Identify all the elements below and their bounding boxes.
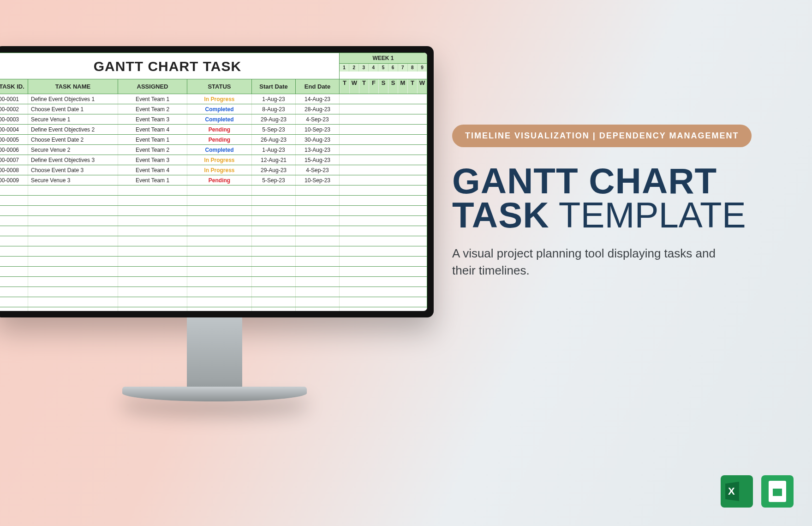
cell-start-date[interactable]: 12-Aug-21	[252, 155, 296, 165]
empty-cell[interactable]	[296, 236, 340, 246]
empty-cell[interactable]	[187, 206, 252, 215]
table-row-empty[interactable]	[0, 257, 427, 267]
table-row-empty[interactable]	[0, 216, 427, 226]
empty-cell[interactable]	[187, 185, 252, 195]
empty-cell[interactable]	[252, 206, 296, 215]
empty-cell[interactable]	[0, 236, 28, 246]
cell-end-date[interactable]: 10-Sep-23	[296, 175, 340, 185]
empty-cell[interactable]	[252, 267, 296, 276]
empty-cell[interactable]	[118, 246, 187, 256]
empty-cell[interactable]	[296, 267, 340, 276]
cell-assigned[interactable]: Event Team 2	[118, 104, 187, 114]
cell-end-date[interactable]: 4-Sep-23	[296, 165, 340, 175]
table-row[interactable]: 00-0002Choose Event Date 1Event Team 2Co…	[0, 104, 427, 114]
empty-cell[interactable]	[0, 196, 28, 205]
cell-task-name[interactable]: Secure Venue 1	[28, 114, 118, 124]
cell-start-date[interactable]: 1-Aug-23	[252, 145, 296, 155]
cell-task-name[interactable]: Define Event Objectives 2	[28, 125, 118, 134]
empty-cell[interactable]	[187, 226, 252, 236]
empty-cell[interactable]	[28, 287, 118, 297]
empty-cell[interactable]	[0, 287, 28, 297]
cell-task-name[interactable]: Choose Event Date 3	[28, 165, 118, 175]
table-row[interactable]: 00-0006Secure Venue 2Event Team 2Complet…	[0, 145, 427, 155]
empty-cell[interactable]	[296, 257, 340, 266]
empty-cell[interactable]	[0, 206, 28, 215]
cell-end-date[interactable]: 14-Aug-23	[296, 94, 340, 104]
empty-cell[interactable]	[28, 216, 118, 226]
cell-start-date[interactable]: 1-Aug-23	[252, 94, 296, 104]
cell-assigned[interactable]: Event Team 1	[118, 175, 187, 185]
empty-cell[interactable]	[252, 216, 296, 226]
cell-task-name[interactable]: Secure Venue 2	[28, 145, 118, 155]
empty-cell[interactable]	[252, 185, 296, 195]
empty-cell[interactable]	[252, 236, 296, 246]
empty-cell[interactable]	[118, 307, 187, 311]
empty-cell[interactable]	[187, 236, 252, 246]
empty-cell[interactable]	[296, 287, 340, 297]
table-row-empty[interactable]	[0, 297, 427, 307]
empty-cell[interactable]	[0, 267, 28, 276]
empty-cell[interactable]	[28, 257, 118, 266]
table-row-empty[interactable]	[0, 226, 427, 236]
table-row[interactable]: 00-0009Secure Venue 3Event Team 1Pending…	[0, 175, 427, 185]
empty-cell[interactable]	[296, 226, 340, 236]
cell-end-date[interactable]: 15-Aug-23	[296, 155, 340, 165]
cell-assigned[interactable]: Event Team 1	[118, 94, 187, 104]
table-row-empty[interactable]	[0, 206, 427, 216]
table-row-empty[interactable]	[0, 196, 427, 206]
empty-cell[interactable]	[28, 297, 118, 307]
empty-cell[interactable]	[252, 297, 296, 307]
table-row[interactable]: 00-0007Define Event Objectives 3Event Te…	[0, 155, 427, 165]
empty-cell[interactable]	[28, 226, 118, 236]
cell-task-id[interactable]: 00-0009	[0, 175, 28, 185]
empty-cell[interactable]	[296, 185, 340, 195]
cell-task-id[interactable]: 00-0004	[0, 125, 28, 134]
cell-status[interactable]: In Progress	[187, 165, 252, 175]
table-row-empty[interactable]	[0, 277, 427, 287]
table-row[interactable]: 00-0004Define Event Objectives 2Event Te…	[0, 125, 427, 135]
empty-cell[interactable]	[252, 277, 296, 287]
empty-cell[interactable]	[28, 246, 118, 256]
cell-start-date[interactable]: 26-Aug-23	[252, 135, 296, 144]
empty-cell[interactable]	[118, 216, 187, 226]
empty-cell[interactable]	[187, 216, 252, 226]
empty-cell[interactable]	[187, 267, 252, 276]
cell-task-id[interactable]: 00-0006	[0, 145, 28, 155]
empty-cell[interactable]	[296, 297, 340, 307]
cell-status[interactable]: Completed	[187, 114, 252, 124]
table-row[interactable]: 00-0008Choose Event Date 3Event Team 4In…	[0, 165, 427, 175]
excel-icon[interactable]	[721, 475, 753, 508]
table-row-empty[interactable]	[0, 287, 427, 297]
cell-end-date[interactable]: 28-Aug-23	[296, 104, 340, 114]
empty-cell[interactable]	[28, 196, 118, 205]
cell-task-name[interactable]: Define Event Objectives 3	[28, 155, 118, 165]
cell-task-name[interactable]: Choose Event Date 1	[28, 104, 118, 114]
cell-task-id[interactable]: 00-0007	[0, 155, 28, 165]
cell-task-name[interactable]: Define Event Objectives 1	[28, 94, 118, 104]
empty-cell[interactable]	[28, 267, 118, 276]
empty-cell[interactable]	[0, 277, 28, 287]
table-row-empty[interactable]	[0, 236, 427, 246]
cell-end-date[interactable]: 13-Aug-23	[296, 145, 340, 155]
empty-cell[interactable]	[0, 257, 28, 266]
empty-cell[interactable]	[187, 277, 252, 287]
empty-cell[interactable]	[118, 185, 187, 195]
empty-cell[interactable]	[28, 185, 118, 195]
empty-cell[interactable]	[0, 185, 28, 195]
cell-assigned[interactable]: Event Team 1	[118, 135, 187, 144]
empty-cell[interactable]	[187, 307, 252, 311]
google-sheets-icon[interactable]	[761, 475, 794, 508]
cell-task-id[interactable]: 00-0001	[0, 94, 28, 104]
table-row-empty[interactable]	[0, 267, 427, 277]
empty-cell[interactable]	[118, 196, 187, 205]
empty-cell[interactable]	[0, 216, 28, 226]
empty-cell[interactable]	[252, 196, 296, 205]
empty-cell[interactable]	[296, 206, 340, 215]
cell-status[interactable]: In Progress	[187, 94, 252, 104]
empty-cell[interactable]	[118, 226, 187, 236]
table-row-empty[interactable]	[0, 246, 427, 257]
empty-cell[interactable]	[118, 287, 187, 297]
empty-cell[interactable]	[28, 206, 118, 215]
cell-assigned[interactable]: Event Team 4	[118, 165, 187, 175]
empty-cell[interactable]	[0, 307, 28, 311]
